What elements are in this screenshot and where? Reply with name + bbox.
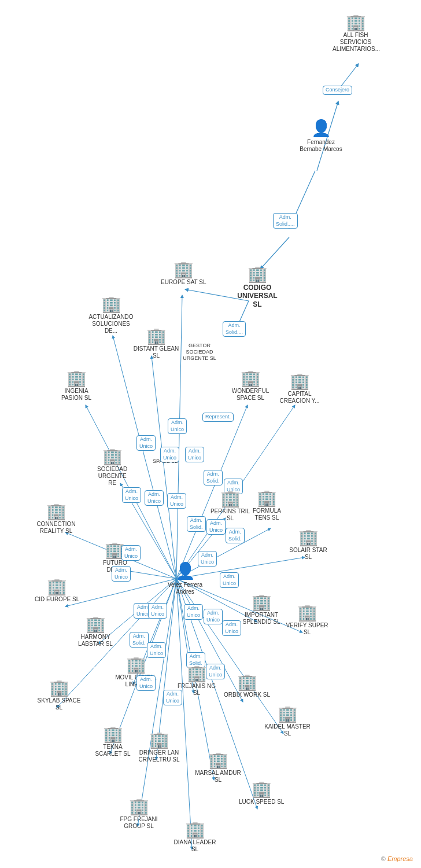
adm-unico-harm-label[interactable]: Adm.Unico (147, 642, 166, 658)
graph-container: 🏢 ALL FISH SERVICIOS ALIMENTARIOS... Con… (0, 0, 421, 868)
consejero-badge[interactable]: Consejero (323, 86, 352, 95)
europe-sat-node: 🏢 EUROPE SAT SL (161, 262, 206, 286)
adm-unico-badge-3[interactable]: Adm.Unico (160, 447, 179, 462)
adm-unico-badge-13[interactable]: Adm.Unico (148, 603, 167, 619)
building-icon: 🏢 (220, 491, 241, 507)
solair-star-label: SOLAIR STAR SL (285, 547, 331, 561)
adm-unico-10-label[interactable]: Adm.Unico (112, 566, 131, 582)
orbix-work-label: ORBIX WORK SL (224, 692, 270, 698)
adm-unico-mov-badge[interactable]: Adm.Unico (136, 675, 156, 691)
adm-solid-codigo-badge[interactable]: Adm.Solid.... (223, 321, 246, 337)
adm-unico-badge-7[interactable]: Adm.Unico (145, 490, 164, 506)
building-icon: 🏢 (346, 14, 366, 31)
adm-solid-badge-2[interactable]: Adm.Solid. (187, 516, 206, 532)
consejero-badge-label[interactable]: Consejero (323, 86, 352, 95)
harmony-labstar-node: 🏢 HARMONY LABSTAR SL (72, 616, 119, 648)
fpg-frejani-node: 🏢 FPG FREJANI GROUP SL (116, 799, 162, 830)
codigo-universal-node: 🏢 CODIGO UNIVERSAL SL (234, 266, 280, 308)
adm-unico-badge-15[interactable]: Adm.Unico (204, 609, 223, 624)
adm-unico-badge-6[interactable]: Adm.Unico (122, 487, 141, 503)
adm-solid-harm-label[interactable]: Adm.Solid. (130, 632, 149, 648)
represent-label[interactable]: Represent. (202, 413, 234, 422)
adm-unico-futuro-badge[interactable]: Adm.Unico (121, 545, 141, 561)
building-icon: 🏢 (146, 328, 167, 344)
adm-unico-harm-badge[interactable]: Adm.Unico (147, 642, 166, 658)
adm-solid-codigo-label[interactable]: Adm.Solid.... (223, 321, 246, 337)
adm-unico-7-label[interactable]: Adm.Unico (145, 490, 164, 506)
building-icon: 🏢 (237, 674, 257, 690)
adm-unico-badge-10[interactable]: Adm.Unico (112, 566, 131, 582)
adm-unico-fut-label[interactable]: Adm.Unico (121, 545, 141, 561)
building-icon: 🏢 (49, 680, 69, 696)
adm-unico-4-label[interactable]: Adm.Unico (185, 447, 204, 462)
building-icon: 🏢 (101, 296, 121, 312)
building-icon: 🏢 (47, 579, 67, 595)
adm-unico-13-label[interactable]: Adm.Unico (148, 603, 167, 619)
marsal-amdur-label: MARSAL AMDUR SL (195, 770, 241, 784)
perkins-tril-node: 🏢 PERKINS TRIL SL (207, 491, 253, 522)
distant-glean-node: 🏢 DISTANT GLEAN SL (133, 328, 179, 359)
adm-unico-badge-11[interactable]: Adm.Unico (220, 572, 239, 588)
adm-unico-imp-label[interactable]: Adm.Unico (222, 620, 241, 636)
solair-star-node: 🏢 SOLAIR STAR SL (285, 529, 331, 561)
svg-line-19 (65, 579, 176, 606)
adm-unico-3-label[interactable]: Adm.Unico (160, 447, 179, 462)
adm-unico-vf-badge[interactable]: Adm.Unico (198, 551, 217, 567)
distant-glean-label: DISTANT GLEAN SL (133, 345, 179, 359)
adm-solid-1-label[interactable]: Adm.Solid. (204, 470, 223, 486)
building-icon: 🏢 (290, 373, 310, 389)
important-splendid-label: IMPORTANT SPLENDID SL (238, 612, 285, 626)
adm-unico-imp-badge[interactable]: Adm.Unico (222, 620, 241, 636)
adm-unico-badge-14[interactable]: Adm.Unico (184, 604, 203, 620)
building-icon: 🏢 (187, 665, 207, 682)
adm-solid-badge-1[interactable]: Adm.Solid. (204, 470, 223, 486)
adm-unico-badge-4[interactable]: Adm.Unico (185, 447, 204, 462)
adm-solid-2-label[interactable]: Adm.Solid. (187, 516, 206, 532)
adm-unico-badge-8[interactable]: Adm.Unico (167, 493, 186, 509)
skylab-space-node: 🏢 SKYLAB SPACE SL (36, 680, 82, 711)
luck-speed-node: 🏢 LUCK SPEED SL (239, 781, 284, 806)
adm-solid-top-badge[interactable]: Adm.Solid..... (273, 213, 298, 229)
connection-reality-label: CONNECTION REALITY SL (33, 521, 79, 535)
orbix-work-node: 🏢 ORBIX WORK SL (224, 674, 270, 698)
adm-unico-frej-badge[interactable]: Adm.Unico (163, 690, 182, 705)
actualizando-label: ACTUALIZANDO SOLUCIONES DE... (88, 314, 134, 334)
gestor-sociedad-label: GESTOR SOCIEDADURGENTE SL (176, 343, 223, 361)
adm-unico-15-label[interactable]: Adm.Unico (204, 609, 223, 624)
adm-unico-frej-label[interactable]: Adm.Unico (163, 690, 182, 705)
gestor-sociedad-node: GESTOR SOCIEDADURGENTE SL (176, 341, 223, 361)
adm-unico-badge-2[interactable]: Adm.Unico (136, 435, 156, 451)
diana-leader-node: 🏢 DIANA LEADER SL (172, 822, 218, 853)
adm-unico-vf-label[interactable]: Adm.Unico (198, 551, 217, 567)
represent-badge[interactable]: Represent. (202, 413, 234, 422)
adm-unico-6-label[interactable]: Adm.Unico (122, 487, 141, 503)
formula-tens-node: 🏢 FORMULATENS SL (253, 490, 281, 521)
wonderful-space-label: WONDERFUL SPACE SL (227, 388, 274, 402)
adm-unico-11-label[interactable]: Adm.Unico (220, 572, 239, 588)
sociedad-urgente-node: 🏢 SOCIEDADURGENTERE (97, 448, 127, 487)
adm-unico-badge-1[interactable]: Adm.Unico (168, 418, 187, 434)
building-icon: 🏢 (86, 616, 106, 632)
adm-solid-formula-label[interactable]: Adm.Solid. (226, 528, 245, 543)
sociedad-urgente-label: SOCIEDADURGENTERE (97, 466, 127, 487)
building-icon: 🏢 (126, 657, 146, 673)
adm-solid-formula-badge[interactable]: Adm.Solid. (226, 528, 245, 543)
adm-unico-14-label[interactable]: Adm.Unico (184, 604, 203, 620)
building-icon: 🏢 (102, 448, 123, 465)
building-icon: 🏢 (241, 370, 261, 387)
adm-solid-top-label[interactable]: Adm.Solid..... (273, 213, 298, 229)
harmony-labstar-label: HARMONY LABSTAR SL (72, 634, 119, 648)
kaidel-master-label: KAIDEL MASTER SL (264, 723, 311, 737)
adm-solid-harm-badge[interactable]: Adm.Solid. (130, 632, 149, 648)
adm-unico-8-label[interactable]: Adm.Unico (167, 493, 186, 509)
building-red-icon: 🏢 (248, 266, 268, 282)
adm-unico-1-label[interactable]: Adm.Unico (168, 418, 187, 434)
kaidel-master-node: 🏢 KAIDEL MASTER SL (264, 706, 311, 737)
adm-unico-2-label[interactable]: Adm.Unico (136, 435, 156, 451)
fernandez-node: 👤 Fernandez Bernabe Marcos (298, 119, 344, 153)
svg-line-7 (152, 356, 176, 579)
adm-unico-mov-label[interactable]: Adm.Unico (136, 675, 156, 691)
person-icon: 👤 (311, 119, 331, 138)
copyright-brand: Empresa (387, 855, 413, 862)
formula-tens-label: FORMULATENS SL (253, 507, 281, 521)
